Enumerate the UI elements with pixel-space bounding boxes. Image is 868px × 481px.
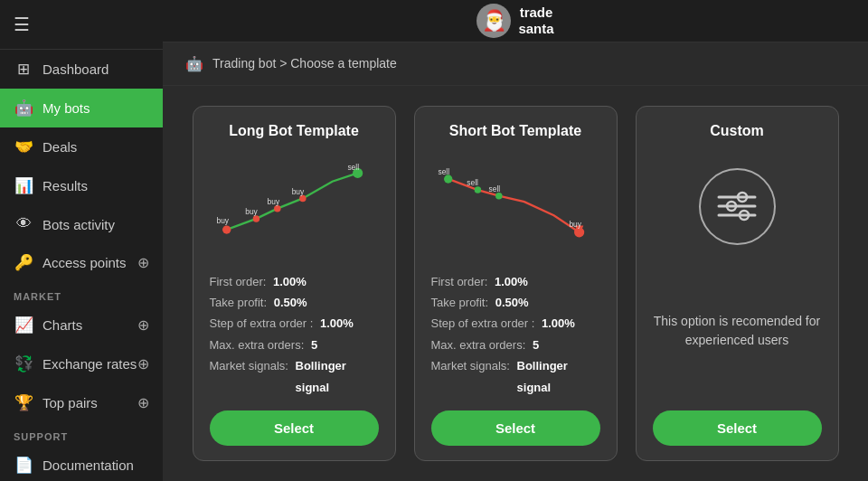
charts-icon: 📈 bbox=[14, 316, 33, 335]
stat-value: 1.00% bbox=[269, 271, 306, 292]
add-top-pairs-icon[interactable]: ⊕ bbox=[137, 394, 149, 411]
svg-point-12 bbox=[495, 193, 502, 199]
sidebar-item-deals[interactable]: 🤝 Deals bbox=[0, 127, 163, 166]
stat-label: Step of extra order : bbox=[210, 313, 314, 334]
stat-value: 0.50% bbox=[270, 292, 307, 313]
breadcrumb-icon: 🤖 bbox=[185, 55, 203, 72]
svg-point-1 bbox=[252, 215, 259, 222]
sidebar-item-exchange-rates[interactable]: 💱 Exchange rates ⊕ bbox=[0, 344, 163, 383]
stat-label: Market signals: bbox=[210, 355, 288, 398]
svg-text:sell: sell bbox=[467, 178, 478, 187]
long-bot-select-button[interactable]: Select bbox=[210, 410, 379, 446]
custom-select-button[interactable]: Select bbox=[653, 410, 822, 446]
svg-point-3 bbox=[299, 194, 306, 201]
sidebar-item-documentation[interactable]: 📄 Documentation bbox=[0, 446, 163, 481]
svg-text:buy: buy bbox=[245, 207, 258, 216]
my-bots-icon: 🤖 bbox=[14, 99, 33, 118]
add-chart-icon[interactable]: ⊕ bbox=[137, 316, 149, 334]
sidebar-item-label: Deals bbox=[42, 139, 77, 155]
long-bot-card: Long Bot Template buy buy buy buy bbox=[193, 106, 396, 461]
sidebar-navigation: ⊞ Dashboard 🤖 My bots 🤝 Deals 📊 Results … bbox=[0, 50, 163, 481]
sidebar-item-label: Exchange rates bbox=[42, 356, 137, 372]
sidebar-item-label: Documentation bbox=[42, 457, 134, 473]
stat-label: Step of extra order : bbox=[431, 313, 535, 334]
custom-settings-icon bbox=[699, 168, 776, 245]
sidebar-item-label: Charts bbox=[42, 317, 82, 333]
stat-label: Take profit: bbox=[210, 292, 268, 313]
sidebar-item-charts[interactable]: 📈 Charts ⊕ bbox=[0, 306, 163, 344]
stat-label: First order: bbox=[210, 271, 267, 292]
access-points-icon: 🔑 bbox=[14, 253, 33, 272]
logo-area: 🎅 trade santa bbox=[476, 4, 553, 38]
hamburger-menu-icon[interactable]: ☰ bbox=[14, 14, 30, 35]
stat-value: 5 bbox=[307, 335, 317, 355]
stat-label: Take profit: bbox=[431, 292, 489, 313]
stat-value: 1.00% bbox=[538, 313, 574, 334]
sliders-icon-svg bbox=[715, 189, 759, 223]
svg-text:sell: sell bbox=[347, 162, 359, 171]
stat-value: Bollinger signal bbox=[292, 355, 346, 398]
dashboard-icon: ⊞ bbox=[14, 60, 33, 79]
sidebar: ☰ ⊞ Dashboard 🤖 My bots 🤝 Deals 📊 Result… bbox=[0, 0, 163, 481]
breadcrumb-text: Trading bot > Choose a template bbox=[212, 56, 397, 71]
sidebar-item-label: My bots bbox=[42, 100, 90, 116]
custom-title: Custom bbox=[710, 123, 764, 139]
svg-text:sell: sell bbox=[488, 184, 500, 193]
svg-point-0 bbox=[222, 225, 231, 233]
sidebar-item-results[interactable]: 📊 Results bbox=[0, 166, 163, 205]
sidebar-item-dashboard[interactable]: ⊞ Dashboard bbox=[0, 50, 163, 89]
sidebar-item-label: Bots activity bbox=[42, 217, 115, 232]
bots-activity-icon: 👁 bbox=[14, 215, 33, 233]
results-icon: 📊 bbox=[14, 176, 33, 195]
sidebar-item-label: Access points bbox=[42, 255, 127, 270]
deals-icon: 🤝 bbox=[14, 137, 33, 156]
sidebar-item-bots-activity[interactable]: 👁 Bots activity bbox=[0, 205, 163, 243]
top-pairs-icon: 🏆 bbox=[14, 393, 33, 412]
logo-name-line2: santa bbox=[518, 21, 553, 37]
short-bot-stats: First order: 1.00% Take profit: 0.50% St… bbox=[431, 271, 600, 398]
stat-value: 1.00% bbox=[491, 271, 527, 292]
sidebar-item-label: Results bbox=[42, 178, 88, 193]
svg-point-11 bbox=[474, 186, 480, 193]
custom-description: This option is recomended for experience… bbox=[653, 265, 822, 398]
short-bot-select-button[interactable]: Select bbox=[431, 410, 600, 446]
stat-value: 1.00% bbox=[316, 313, 353, 334]
sidebar-item-label: Top pairs bbox=[42, 395, 98, 410]
stat-label: Market signals: bbox=[431, 355, 510, 398]
short-bot-card: Short Bot Template sell sell sell bbox=[414, 106, 618, 461]
custom-card: Custom This option is recomended for exp… bbox=[636, 106, 839, 461]
svg-text:buy: buy bbox=[569, 220, 581, 229]
template-cards-container: Long Bot Template buy buy buy buy bbox=[163, 86, 868, 481]
svg-point-2 bbox=[274, 205, 280, 212]
sidebar-item-access-points[interactable]: 🔑 Access points ⊕ bbox=[0, 243, 163, 282]
stat-label: Max. extra orders: bbox=[431, 335, 526, 355]
sidebar-item-top-pairs[interactable]: 🏆 Top pairs ⊕ bbox=[0, 383, 163, 422]
main-content: 🎅 trade santa 🤖 Trading bot > Choose a t… bbox=[163, 0, 868, 481]
logo-text: trade santa bbox=[518, 5, 553, 37]
sidebar-header: ☰ bbox=[0, 0, 163, 50]
svg-text:buy: buy bbox=[291, 186, 304, 195]
add-exchange-icon[interactable]: ⊕ bbox=[137, 355, 149, 373]
logo-name-line1: trade bbox=[518, 5, 553, 21]
short-bot-chart-svg: sell sell sell buy bbox=[431, 150, 600, 259]
svg-text:buy: buy bbox=[216, 216, 229, 225]
breadcrumb: 🤖 Trading bot > Choose a template bbox=[163, 42, 868, 86]
sidebar-item-label: Dashboard bbox=[42, 61, 108, 77]
short-bot-chart: sell sell sell buy bbox=[431, 150, 600, 259]
long-bot-title: Long Bot Template bbox=[229, 123, 359, 139]
add-access-point-icon[interactable]: ⊕ bbox=[137, 254, 149, 271]
svg-text:buy: buy bbox=[267, 197, 279, 206]
stat-value: 0.50% bbox=[492, 292, 528, 313]
sidebar-item-my-bots[interactable]: 🤖 My bots bbox=[0, 89, 163, 127]
long-bot-chart-svg: buy buy buy buy sell bbox=[210, 150, 379, 259]
exchange-rates-icon: 💱 bbox=[14, 354, 33, 373]
short-bot-title: Short Bot Template bbox=[449, 123, 581, 139]
stat-value: 5 bbox=[529, 335, 539, 355]
logo-avatar: 🎅 bbox=[476, 4, 511, 38]
market-section-label: MARKET bbox=[0, 282, 163, 306]
support-section-label: SUPPORT bbox=[0, 422, 163, 446]
documentation-icon: 📄 bbox=[14, 456, 33, 475]
stat-label: Max. extra orders: bbox=[210, 335, 305, 355]
long-bot-stats: First order: 1.00% Take profit: 0.50% St… bbox=[210, 271, 379, 398]
long-bot-chart: buy buy buy buy sell bbox=[210, 150, 379, 259]
